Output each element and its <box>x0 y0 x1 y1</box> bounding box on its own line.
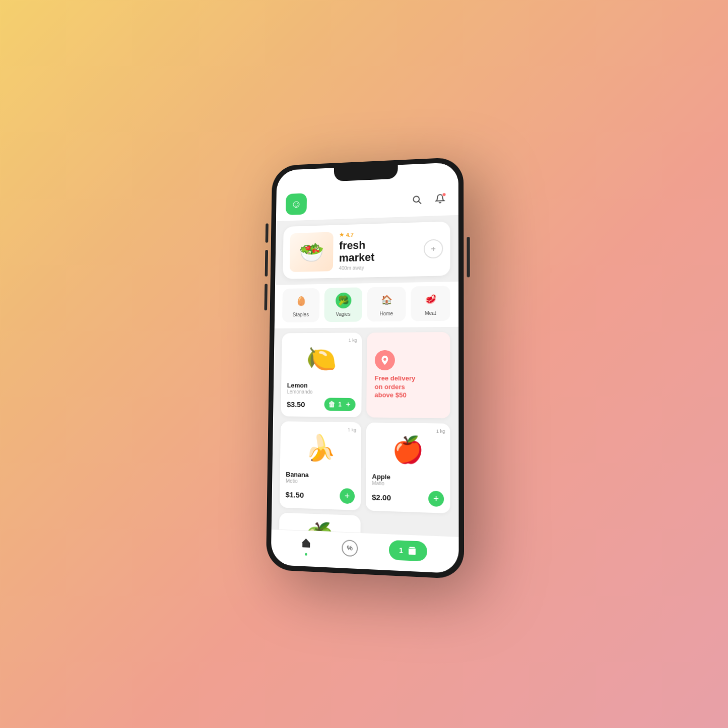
hero-info: ★ 4.7 fresh market 400m away <box>339 229 417 271</box>
category-meat[interactable]: 🥩 Meat <box>411 286 450 321</box>
apple-red-image: 🍎 <box>372 428 444 471</box>
home-label: Home <box>379 310 393 316</box>
cart-count: 1 <box>399 546 403 554</box>
lemon-footer: $3.50 🗑 1 ＋ <box>287 397 356 411</box>
promo-title: Free delivery on orders above $50 <box>374 374 415 400</box>
meat-icon: 🥩 <box>422 291 439 307</box>
banana-image: 🍌 <box>286 427 355 469</box>
banana-weight: 1 kg <box>348 427 356 432</box>
hero-title: fresh market <box>339 238 417 264</box>
product-apple-red: 1 kg 🍎 Apple Matio $2.00 + <box>365 422 450 513</box>
lemon-price: $3.50 <box>287 400 305 408</box>
category-staples[interactable]: 🥚 Staples <box>282 288 319 322</box>
lemon-qty-control[interactable]: 🗑 1 ＋ <box>324 398 355 411</box>
home-icon: 🏠 <box>378 292 394 308</box>
notch <box>334 165 398 181</box>
hero-image: 🥗 <box>289 232 333 272</box>
notification-dot <box>442 192 446 196</box>
nav-deals[interactable]: % <box>342 539 358 556</box>
banana-price: $1.50 <box>285 490 304 499</box>
svg-line-1 <box>418 201 421 204</box>
apple-red-footer: $2.00 + <box>372 489 444 506</box>
search-button[interactable] <box>409 191 425 208</box>
star-icon: ★ <box>339 232 344 238</box>
phone-inner: ☺ <box>271 162 458 573</box>
staples-label: Staples <box>292 311 308 317</box>
logo-badge[interactable]: ☺ <box>285 193 306 215</box>
hero-distance: 400m away <box>339 263 417 271</box>
vagies-label: Vagies <box>336 311 350 316</box>
banana-add-button[interactable]: + <box>340 488 355 503</box>
power-button <box>467 237 470 277</box>
lemon-image: 🍋 <box>287 339 356 379</box>
header-icons <box>409 190 448 207</box>
product-banana: 1 kg 🍌 Banana Metio $1.50 + <box>279 421 361 510</box>
phone-wrapper: ☺ <box>266 157 464 579</box>
trash-icon[interactable]: 🗑 <box>328 400 335 408</box>
apple-red-price: $2.00 <box>372 492 391 502</box>
meat-label: Meat <box>425 310 436 315</box>
lemon-subtitle: Lemonando <box>287 389 355 395</box>
notification-button[interactable] <box>432 190 448 207</box>
vagies-icon: 🥦 <box>335 292 351 308</box>
rating-value: 4.7 <box>346 231 353 237</box>
promo-subtitle: on orders <box>374 382 405 390</box>
apple-red-weight: 1 kg <box>436 428 445 434</box>
hero-add-button[interactable] <box>423 239 443 258</box>
phone-outer: ☺ <box>266 157 464 579</box>
hero-rating: ★ 4.7 <box>339 229 418 238</box>
hero-card[interactable]: 🥗 ★ 4.7 fresh market 400m away <box>283 221 450 279</box>
cart-button[interactable]: 1 <box>388 540 427 561</box>
lemon-qty: 1 <box>338 401 342 408</box>
home-nav-icon <box>300 537 311 551</box>
silent-button <box>265 223 268 242</box>
lemon-name: Lemon <box>287 381 355 389</box>
nav-home[interactable] <box>300 537 311 556</box>
banana-footer: $1.50 + <box>285 486 355 504</box>
volume-down-button <box>264 284 267 310</box>
bottom-nav: % 1 <box>271 529 458 573</box>
apple-red-add-button[interactable]: + <box>428 491 444 507</box>
lemon-plus-icon[interactable]: ＋ <box>344 400 351 409</box>
categories-row: 🥚 Staples 🥦 Vagies 🏠 Home 🥩 Meat <box>274 281 458 328</box>
category-home[interactable]: 🏠 Home <box>367 286 406 321</box>
category-vagies[interactable]: 🥦 Vagies <box>324 287 362 322</box>
svg-point-0 <box>413 196 419 202</box>
promo-subtitle2: above $50 <box>374 391 406 399</box>
cart-icon <box>407 546 417 556</box>
logo-icon: ☺ <box>291 197 302 211</box>
deals-icon: % <box>342 539 358 556</box>
product-lemon: 1 kg 🍋 Lemon Lemonando $3.50 🗑 1 ＋ <box>281 333 362 417</box>
screen: ☺ <box>271 162 458 573</box>
staples-icon: 🥚 <box>293 293 308 309</box>
lemon-weight: 1 kg <box>348 338 357 343</box>
home-active-dot <box>304 552 307 555</box>
promo-icon <box>374 350 394 370</box>
promo-card: Free delivery on orders above $50 <box>366 332 450 418</box>
volume-up-button <box>264 249 268 276</box>
